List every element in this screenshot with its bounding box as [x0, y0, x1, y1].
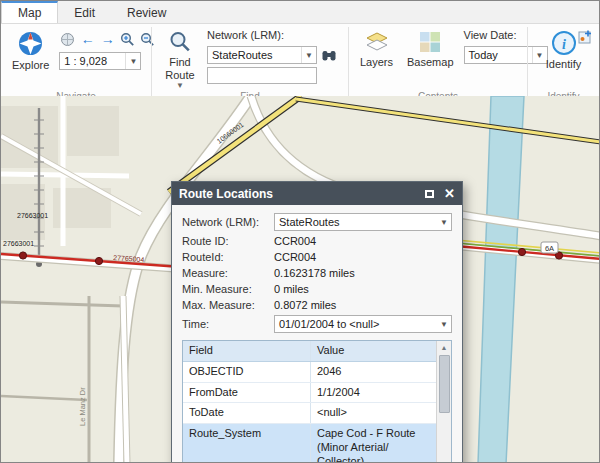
route-id-value: CCR004 [274, 235, 452, 247]
table-row-selected[interactable]: Route_System Cape Cod - F Route (Minor A… [183, 424, 451, 463]
tab-review[interactable]: Review [111, 2, 182, 23]
explore-label: Explore [12, 59, 49, 72]
value-column-header: Value [311, 341, 436, 361]
binoculars-icon[interactable] [320, 47, 337, 64]
field-column-header: Field [183, 341, 311, 361]
time-value: 01/01/2004 to <null> [279, 318, 379, 330]
chevron-down-icon: ▼ [437, 320, 451, 329]
basemap-icon [418, 30, 442, 54]
find-route-button[interactable]: Find Route ▼ [159, 28, 201, 91]
field-cell: FromDate [183, 383, 311, 403]
explore-button[interactable]: Explore [8, 28, 53, 74]
table-header-row: Field Value [183, 341, 451, 362]
zoom-in-icon[interactable] [119, 31, 136, 48]
table-scrollbar[interactable]: ▲ ▼ [436, 341, 451, 463]
network-lrm-dropdown[interactable]: StateRoutes ▼ [207, 46, 317, 64]
identify-label: Identify [546, 58, 581, 71]
previous-extent-icon[interactable]: ← [79, 31, 96, 48]
measure-label: Measure: [182, 267, 274, 279]
group-navigate: Explore ← → [1, 24, 151, 105]
field-cell: OBJECTID [183, 362, 311, 382]
scroll-down-icon[interactable]: ▼ [441, 459, 448, 463]
identify-route-tool-icon[interactable] [577, 28, 594, 45]
table-row[interactable]: FromDate 1/1/2004 [183, 383, 451, 404]
maximize-icon[interactable] [425, 190, 434, 198]
field-cell: Route_System [183, 424, 311, 463]
group-contents: Layers Basemap View Date: Today ▼ [349, 24, 527, 105]
attribute-table: Field Value OBJECTID 2046 FromDate 1/1/2… [182, 340, 452, 463]
network-lrm-value: StateRoutes [212, 49, 273, 61]
find-route-magnifier-icon [168, 30, 192, 54]
routeid-label: RouteId: [182, 251, 274, 263]
ribbon-groups: Explore ← → [1, 24, 599, 105]
scrollbar-thumb[interactable] [439, 355, 450, 413]
value-cell: Cape Cod - F Route (Minor Arterial/ Coll… [311, 424, 436, 463]
chevron-down-icon: ▼ [437, 218, 451, 227]
time-dropdown[interactable]: 01/01/2004 to <null> ▼ [274, 315, 452, 333]
min-measure-value: 0 miles [274, 283, 452, 295]
route-id-label: Route ID: [182, 235, 274, 247]
network-lrm-label: Network (LRM): [182, 216, 274, 228]
dialog-network-dropdown[interactable]: StateRoutes ▼ [274, 213, 452, 231]
group-identify: i Identify Identify [528, 24, 599, 105]
scale-value: 1 : 9,028 [64, 55, 107, 67]
chevron-down-icon: ▼ [301, 47, 316, 63]
field-cell: ToDate [183, 403, 311, 423]
route-id-label: 27663001 [3, 240, 34, 247]
ribbon-tab-bar: Map Edit Review [1, 1, 599, 24]
dialog-title: Route Locations [179, 187, 425, 201]
table-row[interactable]: ToDate <null> [183, 403, 451, 424]
tab-edit[interactable]: Edit [58, 2, 111, 23]
value-cell: 2046 [311, 362, 436, 382]
basemap-label: Basemap [407, 56, 453, 69]
value-cell: <null> [311, 403, 436, 423]
ribbon: Map Edit Review Explore [1, 1, 599, 96]
dialog-network-value: StateRoutes [279, 216, 340, 228]
route-locations-dialog: Route Locations ✕ Network (LRM): StateRo… [171, 181, 463, 463]
close-icon[interactable]: ✕ [444, 187, 455, 200]
table-row[interactable]: OBJECTID 2046 [183, 362, 451, 383]
max-measure-value: 0.8072 miles [274, 299, 452, 311]
routeid-value: CCR004 [274, 251, 452, 263]
tab-map[interactable]: Map [1, 1, 58, 23]
chevron-down-icon: ▼ [176, 83, 184, 89]
measure-value: 0.1623178 miles [274, 267, 452, 279]
route-search-input[interactable] [207, 67, 317, 84]
basemap-button[interactable]: Basemap [403, 28, 457, 71]
dialog-body: Network (LRM): StateRoutes ▼ Route ID: C… [172, 205, 462, 463]
route-shield-label: 6A [545, 244, 554, 253]
layers-icon [365, 30, 389, 54]
route-id-label: 27663001 [17, 212, 48, 219]
identify-info-icon: i [551, 30, 577, 56]
next-extent-icon[interactable]: → [99, 31, 116, 48]
group-find: Find Route ▼ Network (LRM): StateRoutes … [152, 24, 348, 105]
time-label: Time: [182, 318, 274, 330]
app-window: Map Edit Review Explore [0, 0, 600, 463]
network-lrm-label: Network (LRM): [207, 29, 337, 41]
layers-label: Layers [360, 56, 393, 69]
dialog-title-bar[interactable]: Route Locations ✕ [172, 182, 462, 205]
street-name-label: Le Manz Dr [78, 387, 87, 426]
find-route-label: Find Route [163, 56, 197, 81]
view-date-value: Today [469, 49, 498, 61]
value-cell: 1/1/2004 [311, 383, 436, 403]
scale-dropdown[interactable]: 1 : 9,028 ▼ [59, 52, 141, 70]
chevron-down-icon: ▼ [125, 53, 140, 69]
min-measure-label: Min. Measure: [182, 283, 274, 295]
explore-compass-icon [17, 30, 44, 57]
layers-button[interactable]: Layers [356, 28, 397, 71]
full-extent-icon[interactable] [59, 31, 76, 48]
max-measure-label: Max. Measure: [182, 299, 274, 311]
scroll-up-icon[interactable]: ▲ [441, 341, 448, 354]
svg-text:i: i [562, 37, 566, 52]
